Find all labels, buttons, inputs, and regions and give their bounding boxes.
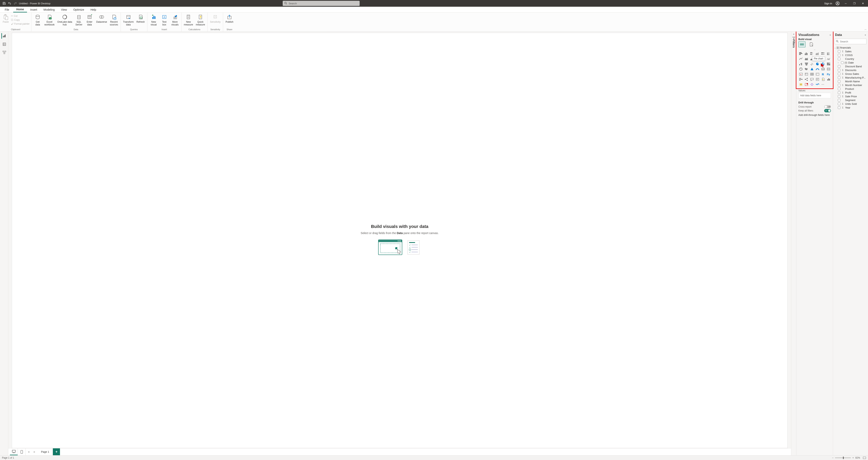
field-checkbox[interactable]: [838, 99, 840, 101]
field-checkbox[interactable]: [838, 91, 840, 94]
tab-file[interactable]: File: [2, 7, 12, 12]
viz-sparkline[interactable]: [815, 82, 820, 87]
undo-icon[interactable]: [8, 2, 11, 5]
viz-100-stacked-bar[interactable]: [820, 51, 826, 56]
viz-decomposition-tree[interactable]: [804, 77, 809, 82]
viz-map[interactable]: [798, 67, 804, 71]
field-checkbox[interactable]: [838, 103, 840, 105]
maximize-icon[interactable]: ❐: [852, 2, 857, 5]
copy-button[interactable]: ⿻Copy: [11, 18, 20, 22]
viz-clustered-column[interactable]: [815, 51, 820, 56]
desktop-layout-icon[interactable]: [10, 448, 18, 455]
field-units-sold[interactable]: ΣUnits Sold: [834, 102, 867, 106]
viz-stacked-column[interactable]: [804, 51, 809, 56]
field-product[interactable]: Product: [834, 87, 867, 91]
redo-icon[interactable]: [13, 2, 17, 5]
viz-paginated-report[interactable]: [820, 77, 826, 82]
field-gross-sales[interactable]: ΣGross Sales: [834, 72, 867, 76]
field-sales[interactable]: ΣSales: [834, 50, 867, 53]
viz-azure-map[interactable]: [809, 67, 814, 71]
viz-power-apps[interactable]: [826, 77, 831, 82]
viz-gauge[interactable]: [815, 67, 820, 71]
build-visual-tab[interactable]: [798, 41, 805, 48]
field-date[interactable]: ›Date: [834, 61, 867, 64]
close-icon[interactable]: ✕: [861, 2, 866, 5]
quick-measure-button[interactable]: Quick measure: [195, 13, 206, 26]
viz-kpi[interactable]: ▲: [798, 72, 804, 76]
minimize-icon[interactable]: ─: [843, 2, 848, 5]
cross-report-toggle[interactable]: Off: [824, 105, 831, 108]
viz-key-influencers[interactable]: [798, 77, 804, 82]
page-prev-icon[interactable]: ◄: [26, 448, 32, 455]
get-data-button[interactable]: Get data: [33, 13, 42, 26]
tab-insert[interactable]: Insert: [27, 7, 40, 12]
field-checkbox[interactable]: [838, 54, 840, 56]
format-visual-tab[interactable]: [808, 41, 815, 48]
sensitivity-button[interactable]: Sensitivity: [209, 13, 221, 24]
format-painter-button[interactable]: 🖌Format painter: [11, 22, 30, 26]
viz-clustered-bar[interactable]: [809, 51, 814, 56]
text-box-button[interactable]: AText box: [160, 13, 169, 26]
field-sale-price[interactable]: ΣSale Price: [834, 94, 867, 98]
viz-waterfall[interactable]: [798, 62, 804, 66]
ribbon-collapse-icon[interactable]: ︿: [864, 28, 867, 31]
field-country[interactable]: Country: [834, 57, 867, 61]
viz-multirow-card[interactable]: [826, 67, 831, 71]
onelake-button[interactable]: OneLake data hub: [56, 13, 73, 26]
viz-funnel[interactable]: [804, 62, 809, 66]
filters-pane-collapsed[interactable]: « Filters: [791, 32, 796, 455]
signin-button[interactable]: Sign in: [824, 2, 832, 5]
field-checkbox[interactable]: [841, 61, 843, 64]
viz-more-visuals-icon[interactable]: ⋯: [820, 82, 826, 87]
viz-area[interactable]: [804, 56, 809, 61]
table-view-icon[interactable]: [1, 41, 7, 47]
field-checkbox[interactable]: [838, 69, 840, 71]
new-measure-button[interactable]: New measure: [183, 13, 194, 26]
field-month-name[interactable]: Month Name: [834, 80, 867, 83]
field-checkbox[interactable]: [838, 76, 840, 79]
zoom-in-button[interactable]: +: [852, 456, 854, 459]
field-checkbox[interactable]: [838, 50, 840, 53]
keep-filters-toggle[interactable]: On: [824, 109, 831, 112]
tab-modeling[interactable]: Modeling: [40, 7, 58, 12]
viz-r-visual[interactable]: R: [820, 72, 826, 76]
tab-home[interactable]: Home: [13, 7, 27, 12]
viz-arcgis[interactable]: [809, 82, 814, 87]
field-discount-band[interactable]: Discount Band: [834, 64, 867, 68]
report-view-icon[interactable]: [1, 33, 7, 39]
global-search[interactable]: [283, 1, 360, 6]
fit-to-page-icon[interactable]: [863, 457, 866, 459]
enter-data-button[interactable]: +Enter data: [85, 13, 94, 26]
transform-data-button[interactable]: Transform data: [122, 13, 134, 26]
viz-scatter[interactable]: [809, 62, 814, 66]
collapse-viz-icon[interactable]: »: [830, 34, 831, 36]
zoom-slider[interactable]: [835, 457, 851, 458]
viz-line[interactable]: [798, 56, 804, 61]
global-search-input[interactable]: [283, 1, 360, 6]
mobile-layout-icon[interactable]: [18, 448, 26, 455]
viz-table[interactable]: [809, 72, 814, 76]
viz-slicer[interactable]: [804, 72, 809, 76]
field-discounts[interactable]: ΣDiscounts: [834, 68, 867, 72]
field-checkbox[interactable]: [838, 58, 840, 60]
table-financials[interactable]: ⌄ financials: [834, 46, 867, 50]
excel-workbook-button[interactable]: XExcel workbook: [43, 13, 55, 26]
field-checkbox[interactable]: [838, 95, 840, 98]
viz-100-stacked-column[interactable]: [826, 51, 831, 56]
field-checkbox[interactable]: [838, 106, 840, 109]
tab-view[interactable]: View: [58, 7, 70, 12]
viz-power-automate[interactable]: [798, 82, 804, 87]
paste-button[interactable]: Paste: [2, 13, 10, 24]
drill-through-field-well[interactable]: Add drill-through fields here: [798, 114, 831, 116]
viz-donut[interactable]: [820, 62, 826, 66]
field-cogs[interactable]: ΣCOGS: [834, 53, 867, 57]
expand-filters-icon[interactable]: «: [793, 33, 795, 35]
cut-button[interactable]: ✂Cut: [11, 14, 18, 18]
save-icon[interactable]: [2, 2, 6, 5]
viz-filled-map[interactable]: [804, 67, 809, 71]
viz-qna[interactable]: [809, 77, 814, 82]
collapse-data-icon[interactable]: »: [865, 34, 866, 36]
field-checkbox[interactable]: [838, 72, 840, 75]
values-field-well[interactable]: Add data fields here: [798, 93, 831, 98]
new-visual-button[interactable]: +New visual: [149, 13, 158, 26]
